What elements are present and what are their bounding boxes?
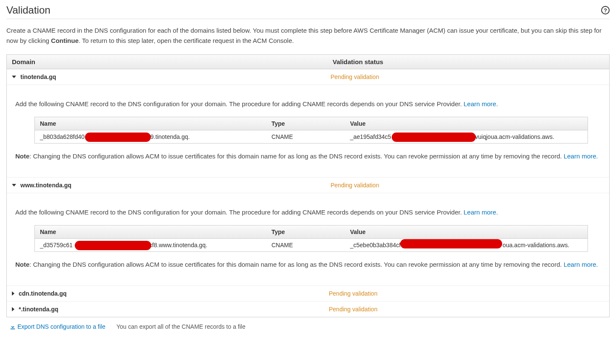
status-badge: Pending validation [331,73,379,80]
validation-panel: Domain Validation status tinotenda.gq Pe… [6,54,610,317]
note-text: Note: Changing the DNS configuration all… [15,151,601,161]
col-type: Type [266,117,345,130]
domain-name: www.tinotenda.gq [20,182,331,189]
learn-more-link[interactable]: Learn more. [463,100,498,107]
record-name: _b803da628fd409.tinotenda.gq. [35,130,266,143]
note-text: Note: Changing the DNS configuration all… [15,260,601,270]
redaction-bar [400,239,502,248]
cname-table: Name Type Value _d35759c61cf8.www.tinote… [34,225,588,252]
domain-details: Add the following CNAME record to the DN… [7,85,609,178]
footer-hint: You can export all of the CNAME records … [116,323,246,330]
record-type: CNAME [266,239,345,251]
col-name: Name [35,226,266,238]
record-value: _c5ebe0b3ab384cfoua.acm-validations.aws. [345,239,588,251]
learn-more-link[interactable]: Learn more. [564,152,598,160]
export-dns-link[interactable]: Export DNS configuration to a file [10,323,105,330]
status-badge: Pending validation [329,306,377,313]
domain-name: cdn.tinotenda.gq [19,290,329,297]
domain-row[interactable]: www.tinotenda.gq Pending validation [7,178,609,193]
table-header: Domain Validation status [7,55,609,69]
add-cname-instruction: Add the following CNAME record to the DN… [15,99,601,109]
intro-text: Create a CNAME record in the DNS configu… [6,25,610,46]
domain-row[interactable]: *.tinotenda.gq Pending validation [7,302,609,317]
header-status: Validation status [328,55,609,69]
footer: Export DNS configuration to a file You c… [6,317,610,332]
domain-name: *.tinotenda.gq [19,306,329,313]
domain-row[interactable]: tinotenda.gq Pending validation [7,69,609,85]
learn-more-link[interactable]: Learn more. [463,209,498,216]
table-row: _d35759c61cf8.www.tinotenda.gq. CNAME _c… [35,239,588,251]
record-type: CNAME [266,130,345,143]
chevron-down-icon [12,184,16,186]
record-name: _d35759c61cf8.www.tinotenda.gq. [35,239,266,251]
download-icon [10,324,16,330]
header-domain: Domain [7,55,328,69]
col-type: Type [266,226,345,238]
status-badge: Pending validation [329,290,377,297]
col-name: Name [35,117,266,130]
status-badge: Pending validation [331,182,379,189]
col-value: Value [345,226,588,238]
chevron-right-icon [12,307,14,311]
table-row: _b803da628fd409.tinotenda.gq. CNAME _ae1… [35,130,588,143]
chevron-down-icon [12,76,16,78]
redaction-bar [85,133,151,142]
redaction-bar [392,133,476,142]
add-cname-instruction: Add the following CNAME record to the DN… [15,207,601,217]
domain-row[interactable]: cdn.tinotenda.gq Pending validation [7,286,609,302]
domain-details: Add the following CNAME record to the DN… [7,193,609,286]
learn-more-link[interactable]: Learn more. [564,261,598,268]
col-value: Value [345,117,588,130]
record-value: _ae195afd34c5vuiqjoua.acm-validations.aw… [345,130,588,143]
redaction-bar [75,241,151,250]
page-title: Validation [6,4,51,16]
cname-table: Name Type Value _b803da628fd409.tinotend… [34,117,588,144]
help-icon[interactable]: ? [601,6,610,14]
domain-name: tinotenda.gq [20,73,331,80]
chevron-right-icon [12,291,14,296]
